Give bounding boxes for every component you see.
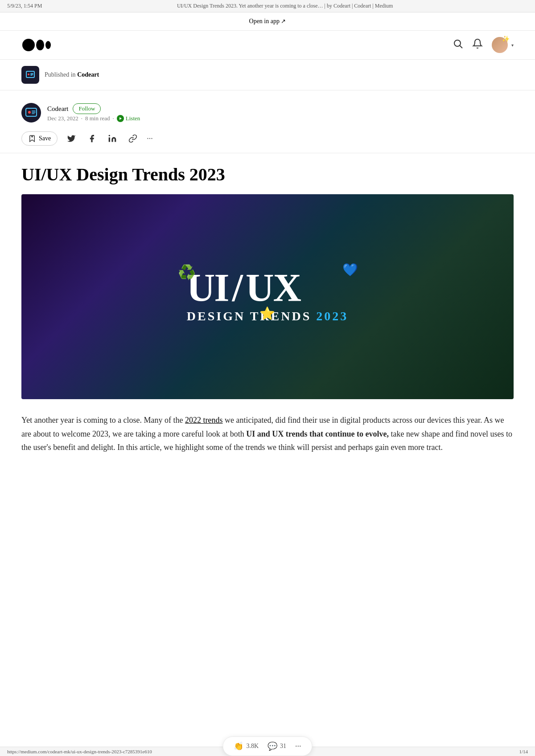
svg-point-12 [109,135,110,136]
linkedin-share-icon[interactable] [106,132,119,145]
chevron-down-icon: ▾ [511,43,514,48]
browser-bar: 5/9/23, 1:54 PM UI/UX Design Trends 2023… [0,0,535,12]
author-name-row: Codeart Follow [47,103,140,114]
svg-rect-11 [109,138,110,142]
bottom-stats-bar: 👏 3.8K 💬 31 ··· [222,736,312,756]
top-navigation: ✨ ▾ [0,31,535,60]
star-emoji: ⭐ [259,306,275,321]
hero-year: 2023 [316,309,348,323]
actions-bar: Save ··· [0,124,535,153]
author-row: Codeart Follow Dec 23, 2022 · 8 min read… [21,103,514,123]
open-in-app-label[interactable]: Open in app [249,18,280,25]
body-bold: UI and UX trends that continue to evolve… [246,429,389,438]
meta-separator-2: · [113,115,114,122]
hero-main-text: UI / UX 💙 [187,268,348,307]
avatar-wrapper[interactable]: ✨ ▾ [492,37,514,53]
save-button[interactable]: Save [21,131,58,146]
publication-name[interactable]: Codeart [77,71,99,78]
published-in-text: Published in Codeart [45,71,99,78]
twitter-share-icon[interactable] [65,132,78,145]
body-text-1: Yet another year is coming to a close. M… [21,416,185,425]
clap-icon: 👏 [234,741,243,751]
search-icon[interactable] [453,38,463,52]
article-paragraph-1: Yet another year is coming to a close. M… [21,413,514,454]
clap-stat[interactable]: 👏 3.8K [234,741,259,751]
author-info: Codeart Follow Dec 23, 2022 · 8 min read… [47,103,140,122]
clap-count: 3.8K [246,743,259,750]
publication-bar: Published in Codeart [0,60,535,90]
avatar-star-icon: ✨ [502,35,510,43]
hero-design-trends: DESIGN TRENDS [187,309,311,323]
svg-point-8 [28,111,31,114]
author-name[interactable]: Codeart [47,105,68,113]
article-date: Dec 23, 2022 [47,115,78,122]
article-title: UI/UX Design Trends 2023 [0,153,535,194]
status-url: https://medium.com/codeart-mk/ui-ux-desi… [7,749,152,754]
svg-point-1 [36,40,44,50]
notifications-icon[interactable] [472,38,483,52]
svg-point-0 [22,39,35,51]
svg-point-2 [45,41,51,49]
hero-image: ♻️ UI / UX 💙 DESIGN TRENDS 2023 ⭐ [21,194,514,399]
comment-stat[interactable]: 💬 31 [268,741,286,751]
status-page: 1/14 [519,749,528,754]
more-options-icon[interactable]: ··· [147,134,153,143]
hero-content: ♻️ UI / UX 💙 DESIGN TRENDS 2023 ⭐ [187,268,348,325]
article-meta: Dec 23, 2022 · 8 min read · Listen [47,115,140,122]
nav-actions: ✨ ▾ [453,37,514,53]
recycle-emoji: ♻️ [178,264,196,281]
play-icon [117,115,124,122]
comment-count: 31 [280,743,286,750]
listen-label: Listen [126,115,140,122]
article-read-time: 8 min read [85,115,110,122]
follow-button[interactable]: Follow [73,103,101,114]
body-link[interactable]: 2022 trends [185,416,223,425]
listen-button[interactable]: Listen [117,115,140,122]
svg-point-3 [454,40,461,46]
copy-link-icon[interactable] [126,132,140,145]
svg-line-4 [460,46,463,49]
article-header: Codeart Follow Dec 23, 2022 · 8 min read… [0,90,535,123]
open-in-app-bar[interactable]: Open in app ↗ [0,12,535,31]
browser-datetime: 5/9/23, 1:54 PM [7,3,42,9]
facebook-share-icon[interactable] [85,132,99,145]
meta-separator-1: · [81,115,82,122]
comment-icon: 💬 [268,741,277,751]
save-label: Save [39,135,51,142]
medium-logo[interactable] [21,36,53,54]
browser-title: UI/UX Design Trends 2023. Yet another ye… [42,3,528,9]
heart-emoji: 💙 [342,264,357,276]
bottom-more-icon[interactable]: ··· [295,742,301,751]
open-in-app-arrow: ↗ [281,18,286,25]
publication-logo [21,66,39,84]
article-body: Yet another year is coming to a close. M… [0,413,535,454]
hero-ux-text: UX [246,268,300,307]
svg-point-6 [28,74,29,75]
author-avatar [21,103,41,123]
